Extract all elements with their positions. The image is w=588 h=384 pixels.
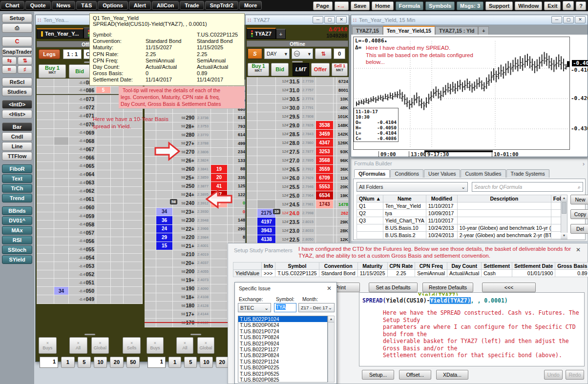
ladder-cell-price[interactable]: 98290 xyxy=(173,114,196,122)
ladder-cell-bid[interactable] xyxy=(156,276,173,285)
ladder-cell[interactable] xyxy=(334,95,337,103)
window2-titlebar[interactable]: ∷ TYAZ7 ─ ▢ ✕ xyxy=(246,15,349,25)
ctd-cell[interactable]: 01/01/1900 xyxy=(512,270,555,277)
sidebar-hist[interactable]: <Hist> xyxy=(2,110,32,119)
ladder-cell[interactable] xyxy=(111,129,124,137)
ladder-cell-ask[interactable] xyxy=(96,262,111,270)
ladder-cell[interactable] xyxy=(124,154,143,162)
table-row[interactable]: B.US.Basis.210/24/20132-year (Globex) an… xyxy=(357,232,567,239)
ladder-cell[interactable] xyxy=(111,145,124,154)
ladder-cell-ask[interactable] xyxy=(96,295,111,303)
menu-more[interactable]: More xyxy=(239,1,262,10)
ladder-cell-ask[interactable] xyxy=(211,216,228,225)
ladder-cell-ask[interactable] xyxy=(211,225,228,234)
ladder-cell-bid[interactable] xyxy=(54,237,69,245)
qty-input[interactable]: 1 xyxy=(147,357,166,368)
ladder-cell[interactable] xyxy=(124,145,143,154)
add-tab-button[interactable]: + xyxy=(276,29,286,39)
ladder-cell[interactable] xyxy=(111,203,124,212)
ladder-cell-ask[interactable] xyxy=(316,103,334,112)
ladder-cell-price[interactable]: 124'25.5 xyxy=(276,182,301,191)
ladder-cell[interactable] xyxy=(37,254,54,262)
ladder-cell[interactable] xyxy=(228,174,233,182)
ladder-cell-ask[interactable] xyxy=(211,148,228,157)
ladder-cell-bid[interactable] xyxy=(54,162,69,170)
ladder-cell[interactable] xyxy=(145,174,156,182)
ctd-cell[interactable]: 2.25 xyxy=(387,270,415,277)
ladder-cell[interactable] xyxy=(111,270,124,279)
ladder-cell[interactable] xyxy=(145,259,156,268)
ladder-cell[interactable] xyxy=(37,221,54,229)
ladder-cell-bid[interactable] xyxy=(54,95,69,103)
ladder-cell[interactable] xyxy=(37,237,54,245)
clear-buys-button[interactable]: ×Buys xyxy=(147,337,164,354)
menu-allcon[interactable]: AllCon xyxy=(152,1,179,10)
ladder-cell-ask[interactable] xyxy=(96,187,111,195)
ladder-cell-bid[interactable] xyxy=(54,154,69,162)
menu--[interactable]: ? xyxy=(576,1,586,10)
ladder-cell[interactable] xyxy=(124,279,143,287)
buy-market-button[interactable]: Buy 1 MKT xyxy=(248,63,269,76)
ladder-cell[interactable] xyxy=(37,79,54,87)
ladder-cell-bid[interactable] xyxy=(257,156,276,165)
ladder-cell[interactable] xyxy=(247,103,257,112)
ladder-cell[interactable] xyxy=(145,242,156,251)
ladder-cell-price[interactable]: -0.4067 xyxy=(69,145,96,154)
ladder-cell[interactable] xyxy=(334,165,337,174)
ladder-cell[interactable] xyxy=(145,293,156,302)
ladder-cell-bid[interactable]: 24 xyxy=(156,225,173,234)
ladder-cell-ask[interactable]: 6534 xyxy=(316,191,334,200)
ladder-cell-price[interactable]: -0.4069 xyxy=(69,129,96,137)
spread-formula-editor[interactable]: Yield(TYAZ7) SPREAD(Yield(CUS10)-Yield(T… xyxy=(359,292,585,366)
ladder-cell[interactable] xyxy=(111,179,124,187)
qty-preset-10[interactable]: 10 xyxy=(94,357,107,368)
ladder-cell[interactable] xyxy=(145,284,156,293)
ladder-cell-ask[interactable] xyxy=(211,131,228,140)
ladder-cell[interactable] xyxy=(145,216,156,225)
ladder-cell-price[interactable]: 9819+ xyxy=(173,276,196,285)
ladder-cell-price[interactable]: 98220 xyxy=(173,233,196,242)
ladder-cell-ask[interactable] xyxy=(211,284,228,293)
sidebar-bbnds[interactable]: BBnds xyxy=(2,206,32,215)
ladder-cell-bid[interactable] xyxy=(257,147,276,156)
ladder-cell[interactable] xyxy=(37,145,54,154)
ladder-cell[interactable] xyxy=(124,129,143,137)
ladder-cell[interactable] xyxy=(334,112,337,121)
xdata-button[interactable]: XData... xyxy=(436,370,468,380)
tab-ten-year-yield[interactable]: Ten_Year_Y... xyxy=(37,28,84,39)
menu-symbols[interactable]: Symbols xyxy=(425,1,455,10)
menu-msgs-3[interactable]: Msgs: 3 xyxy=(457,1,483,10)
qty-input[interactable]: 1 xyxy=(40,357,58,368)
copy-button[interactable]: Copy xyxy=(570,209,588,219)
ladder-cell-price[interactable]: 9820+ xyxy=(173,259,196,268)
scroll-down-icon[interactable]: ▼ xyxy=(561,233,567,239)
ladder-cell[interactable] xyxy=(247,200,257,209)
ladder-cell-bid[interactable] xyxy=(156,165,173,174)
new-button[interactable]: New xyxy=(570,195,588,204)
qty-preset-5[interactable]: 5 xyxy=(78,357,91,368)
ladder-cell[interactable] xyxy=(111,170,124,179)
ladder-cell-price[interactable]: 124'24.5 xyxy=(276,200,301,209)
ladder-cell-bid[interactable] xyxy=(54,279,69,287)
ladder-cell[interactable] xyxy=(37,270,54,279)
ladder-cell[interactable] xyxy=(247,147,257,156)
ladder-cell[interactable] xyxy=(247,174,257,182)
setup-button[interactable]: Setup... xyxy=(362,370,394,380)
fb-tab-qformulas[interactable]: QFormulas xyxy=(354,169,390,178)
ladder-cell-price[interactable]: -0.4073 xyxy=(69,95,96,103)
restore-button[interactable]: ▢ xyxy=(563,16,574,23)
ctd-cell[interactable]: 11/15/2025 xyxy=(357,270,387,277)
spread-mode-icon[interactable]: ⇅ xyxy=(315,48,332,59)
ladder-cell[interactable] xyxy=(228,233,233,242)
ctd-cell[interactable]: SemiAnnual xyxy=(415,270,447,277)
ladder-cell[interactable] xyxy=(111,212,124,221)
ladder-cell-price[interactable]: 124'24.010 xyxy=(276,209,301,218)
sidebar-syield[interactable]: SYield xyxy=(2,255,32,264)
link-vertical-icon[interactable]: ⇅ xyxy=(18,57,32,65)
ladder-cell-bid[interactable] xyxy=(156,310,173,319)
ladder-cell-price[interactable]: -0.4086 xyxy=(69,87,96,94)
bond-list-item[interactable]: T.US.B020P0225 xyxy=(238,364,327,370)
chart-tab-1[interactable]: Ten_Year_Yield,15 xyxy=(383,26,435,35)
splitter-grip[interactable] xyxy=(247,61,348,62)
ladder-cell-price[interactable]: 124'28.5 xyxy=(276,130,301,139)
